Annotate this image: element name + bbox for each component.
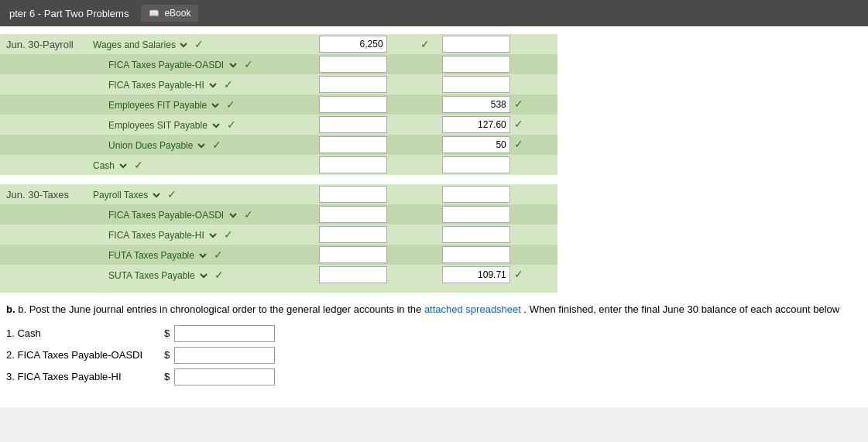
fica-oasdi-1-select[interactable]: FICA Taxes Payable-OASDI xyxy=(104,59,239,71)
fica-hi-1-credit-input[interactable] xyxy=(442,76,510,93)
emp-fit-credit-cell: ✓ xyxy=(439,94,558,115)
suta-row: SUTA Taxes Payable ✓ ✓ xyxy=(0,265,558,285)
fica-oasdi-2-select[interactable]: FICA Taxes Payable-OASDI xyxy=(104,209,239,221)
emp-fit-cell: Employees FIT Payable ✓ xyxy=(85,94,316,115)
union-dues-select[interactable]: Union Dues Payable xyxy=(104,139,208,152)
emp-fit-debit-input[interactable] xyxy=(319,96,387,113)
fica-oasdi-1-credit-cell xyxy=(439,54,558,74)
suta-cell: SUTA Taxes Payable ✓ xyxy=(85,265,316,285)
fica-oasdi-1-debit-input[interactable] xyxy=(319,56,387,73)
fica-oasdi-1-credit-input[interactable] xyxy=(442,56,510,73)
suta-debit-input[interactable] xyxy=(319,266,387,283)
emp-sit-cell: Employees SIT Payable ✓ xyxy=(85,115,316,135)
ledger-row-1: 1. Cash $ xyxy=(6,325,862,342)
fica-oasdi-2-debit-cell xyxy=(316,204,416,224)
emp-fit-credit-input[interactable] xyxy=(442,96,510,113)
bottom-section: b. b. Post the June journal entries in c… xyxy=(0,293,868,399)
journal-table: Jun. 30-Payroll Wages and Salaries ✓ ✓ xyxy=(0,34,558,293)
futa-credit-cell xyxy=(439,245,558,265)
cash-debit-cell xyxy=(316,155,416,175)
emp-fit-checkmark: ✓ xyxy=(226,98,235,111)
union-dues-credit-checkmark: ✓ xyxy=(514,138,523,150)
emp-sit-credit-checkmark: ✓ xyxy=(514,118,523,130)
book-icon: 📖 xyxy=(149,9,160,19)
ledger-label-2: 2. FICA Taxes Payable-OASDI xyxy=(6,349,161,361)
fica-hi-1-debit-cell xyxy=(316,74,416,94)
bottom-spacer xyxy=(0,285,558,293)
ebook-tab[interactable]: 📖 eBook xyxy=(141,5,198,22)
cash-credit-input[interactable] xyxy=(442,156,510,173)
fica-oasdi-1-cell: FICA Taxes Payable-OASDI ✓ xyxy=(85,54,316,74)
fica-oasdi-2-debit-input[interactable] xyxy=(319,206,387,223)
wages-credit-input[interactable] xyxy=(442,36,510,53)
suta-credit-input[interactable] xyxy=(442,266,510,283)
payroll-taxes-select[interactable]: Payroll Taxes xyxy=(88,189,163,201)
fica-oasdi-1-checkmark: ✓ xyxy=(244,58,253,70)
futa-cell: FUTA Taxes Payable ✓ xyxy=(85,245,316,265)
union-dues-debit-input[interactable] xyxy=(319,136,387,153)
fica-hi-2-select[interactable]: FICA Taxes Payable-HI xyxy=(104,229,219,242)
ledger-row-3: 3. FICA Taxes Payable-HI $ xyxy=(6,368,862,385)
emp-sit-checkmark: ✓ xyxy=(227,118,236,131)
payroll-taxes-cell: Payroll Taxes ✓ xyxy=(85,184,316,204)
ledger-input-3[interactable] xyxy=(174,368,275,385)
union-dues-credit-cell: ✓ xyxy=(439,135,558,155)
ledger-label-3: 3. FICA Taxes Payable-HI xyxy=(6,371,161,382)
fica-hi-2-cell: FICA Taxes Payable-HI ✓ xyxy=(85,224,316,245)
futa-checkmark: ✓ xyxy=(214,248,223,261)
ledger-label-1: 1. Cash xyxy=(6,327,161,339)
cash-select[interactable]: Cash xyxy=(88,159,129,172)
payroll-taxes-checkmark: ✓ xyxy=(167,188,177,200)
fica-oasdi-2-credit-input[interactable] xyxy=(442,206,510,223)
emp-sit-select[interactable]: Employees SIT Payable xyxy=(104,119,222,132)
futa-debit-input[interactable] xyxy=(319,246,387,263)
fica-hi-2-debit-cell xyxy=(316,224,416,245)
fica-hi-2-checkmark: ✓ xyxy=(224,228,233,241)
fica-hi-1-cell: FICA Taxes Payable-HI ✓ xyxy=(85,74,316,94)
payroll-taxes-debit-cell xyxy=(316,184,416,204)
payroll-taxes-debit-input[interactable] xyxy=(319,186,387,203)
fica-oasdi-2-credit-cell xyxy=(439,204,558,224)
fica-hi-1-select[interactable]: FICA Taxes Payable-HI xyxy=(104,79,219,91)
cash-checkmark: ✓ xyxy=(134,159,143,171)
spreadsheet-link[interactable]: attached spreadsheet xyxy=(424,303,521,315)
instruction-end: . When finished, enter the final June 30… xyxy=(524,303,840,315)
emp-fit-select[interactable]: Employees FIT Payable xyxy=(104,99,221,111)
payroll-taxes-credit-input[interactable] xyxy=(442,186,510,203)
dollar-sign-2: $ xyxy=(164,349,170,361)
ledger-input-2[interactable] xyxy=(174,347,275,364)
futa-select[interactable]: FUTA Taxes Payable xyxy=(104,249,209,262)
union-dues-credit-input[interactable] xyxy=(442,136,510,153)
wages-debit-input[interactable] xyxy=(319,36,387,53)
fica-hi-1-debit-input[interactable] xyxy=(319,76,387,93)
fica-hi-row-1: FICA Taxes Payable-HI ✓ xyxy=(0,74,558,94)
union-dues-row: Union Dues Payable ✓ ✓ xyxy=(0,135,558,155)
payroll-date-label: Jun. 30-Payroll xyxy=(0,34,85,54)
ledger-input-1[interactable] xyxy=(174,325,275,342)
wages-account-select[interactable]: Wages and Salaries xyxy=(88,39,190,51)
fica-oasdi-1-debit-cell xyxy=(316,54,416,74)
fica-oasdi-row-1: FICA Taxes Payable-OASDI ✓ xyxy=(0,54,558,74)
payroll-taxes-credit-cell xyxy=(439,184,558,204)
suta-credit-checkmark: ✓ xyxy=(514,268,523,280)
emp-sit-credit-input[interactable] xyxy=(442,116,510,133)
instruction-body: b. Post the June journal entries in chro… xyxy=(18,303,421,315)
fica-hi-row-2: FICA Taxes Payable-HI ✓ xyxy=(0,224,558,245)
taxes-date-label: Jun. 30-Taxes xyxy=(0,184,85,204)
cash-debit-input[interactable] xyxy=(319,156,387,173)
wages-debit-check-cell: ✓ xyxy=(416,34,439,54)
wages-debit-checkmark: ✓ xyxy=(420,38,430,50)
fica-oasdi-row-2: FICA Taxes Payable-OASDI ✓ xyxy=(0,204,558,224)
fica-hi-2-debit-input[interactable] xyxy=(319,226,387,243)
wages-checkmark: ✓ xyxy=(194,38,204,50)
wages-debit-cell xyxy=(316,34,416,54)
cash-row: Cash ✓ xyxy=(0,155,558,175)
futa-credit-input[interactable] xyxy=(442,246,510,263)
emp-sit-debit-input[interactable] xyxy=(319,116,387,133)
fica-hi-2-credit-input[interactable] xyxy=(442,226,510,243)
fica-hi-1-checkmark: ✓ xyxy=(224,78,233,91)
suta-select[interactable]: SUTA Taxes Payable xyxy=(104,269,210,282)
union-dues-debit-cell xyxy=(316,135,416,155)
emp-fit-row: Employees FIT Payable ✓ ✓ xyxy=(0,94,558,115)
payroll-header-row: Jun. 30-Payroll Wages and Salaries ✓ ✓ xyxy=(0,34,558,54)
